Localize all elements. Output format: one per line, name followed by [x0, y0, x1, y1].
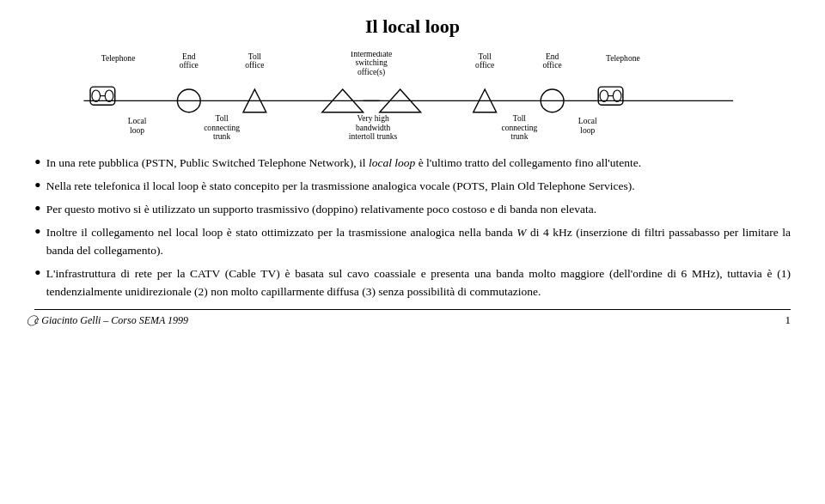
svg-text:office: office — [180, 60, 199, 70]
bullet-4: • Inoltre il collegamento nel local loop… — [34, 224, 791, 260]
svg-text:End: End — [182, 52, 196, 61]
svg-text:Toll: Toll — [248, 52, 262, 61]
svg-point-15 — [92, 90, 101, 101]
svg-text:Toll: Toll — [215, 113, 229, 123]
bullet-dot-4: • — [34, 222, 41, 241]
bullet-text-2: Nella rete telefonica il local loop è st… — [46, 178, 791, 196]
bullet-5: • L'infrastruttura di rete per la CATV (… — [34, 265, 791, 301]
bullet-text-3: Per questo motivo si è utilizzato un sup… — [46, 201, 791, 219]
svg-text:Toll: Toll — [513, 113, 527, 123]
bullet-2: • Nella rete telefonica il local loop è … — [34, 178, 791, 196]
bullet-3: • Per questo motivo si è utilizzato un s… — [34, 201, 791, 219]
svg-text:switching: switching — [356, 58, 388, 67]
svg-text:End: End — [546, 52, 559, 61]
bullet-dot-1: • — [34, 153, 41, 172]
bullet-text-5: L'infrastruttura di rete per la CATV (Ca… — [46, 265, 791, 301]
diagram-area: Telephone End office Toll office Interme… — [34, 52, 791, 146]
svg-text:office: office — [475, 60, 494, 70]
bullet-1: • In una rete pubblica (PSTN, Public Swi… — [34, 155, 791, 173]
footer-page-number: 1 — [785, 313, 791, 327]
content-area: • In una rete pubblica (PSTN, Public Swi… — [34, 155, 791, 301]
svg-text:Very high: Very high — [357, 113, 389, 123]
svg-text:Telephone: Telephone — [606, 53, 640, 63]
bullet-text-1: In una rete pubblica (PSTN, Public Switc… — [46, 155, 791, 173]
page-title: Il local loop — [34, 15, 791, 38]
footer-copyright: ⃝c Giacinto Gelli – Corso SEMA 1999 — [34, 314, 188, 327]
svg-text:trunk: trunk — [213, 131, 230, 141]
svg-point-16 — [105, 90, 113, 101]
bullet-dot-3: • — [34, 199, 41, 218]
svg-point-26 — [600, 90, 608, 101]
bullet-dot-2: • — [34, 176, 41, 195]
svg-text:office: office — [543, 60, 562, 70]
svg-text:trunk: trunk — [510, 131, 528, 141]
svg-text:loop: loop — [580, 125, 595, 135]
svg-text:Toll: Toll — [479, 52, 492, 61]
svg-point-27 — [613, 90, 621, 101]
svg-text:bandwidth: bandwidth — [356, 123, 391, 132]
svg-text:office(s): office(s) — [358, 67, 385, 77]
svg-text:Local: Local — [578, 116, 597, 125]
svg-text:loop: loop — [130, 125, 144, 135]
bullet-dot-5: • — [34, 264, 41, 282]
svg-text:Telephone: Telephone — [101, 53, 136, 63]
network-diagram: Telephone End office Toll office Interme… — [43, 52, 782, 146]
svg-text:Local: Local — [128, 116, 147, 125]
svg-text:connecting: connecting — [501, 123, 537, 132]
svg-text:intertoll trunks: intertoll trunks — [349, 131, 398, 141]
footer: ⃝c Giacinto Gelli – Corso SEMA 1999 1 — [34, 309, 791, 327]
svg-text:office: office — [245, 60, 264, 70]
bullet-text-4: Inoltre il collegamento nel local loop è… — [46, 224, 791, 260]
svg-text:connecting: connecting — [204, 123, 240, 132]
